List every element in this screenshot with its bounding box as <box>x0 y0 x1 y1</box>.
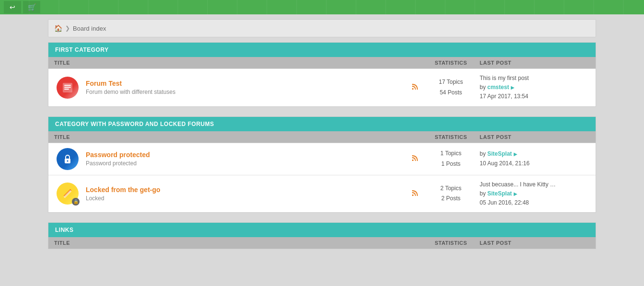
table-header-links: TITLE STATISTICS LAST POST <box>48 237 596 249</box>
col-lastpost-label: LAST POST <box>480 60 590 66</box>
col-lastpost-label-links: LAST POST <box>480 240 590 246</box>
svg-rect-10 <box>412 194 414 196</box>
table-header-first: TITLE STATISTICS LAST POST <box>48 57 596 69</box>
back-button[interactable]: ↩ <box>4 1 21 13</box>
svg-point-6 <box>67 160 69 161</box>
forum-test-description: Forum demo with different statuses <box>86 89 403 95</box>
svg-rect-7 <box>412 160 414 161</box>
posts-count-locked: 2 Posts <box>422 194 480 204</box>
lastpost-author-test[interactable]: cmstest <box>487 84 509 91</box>
cart-button[interactable]: 🛒 <box>23 1 40 13</box>
lastpost-date-test: 17 Apr 2017, 13:54 <box>480 92 590 101</box>
forum-icon-col-locked: 🔒 <box>54 183 81 205</box>
lastpost-author-password[interactable]: SiteSplat <box>487 150 512 157</box>
stats-locked: 2 Topics 2 Posts <box>422 183 480 204</box>
lastpost-by-password: by SiteSplat ▶ <box>480 149 590 159</box>
home-icon[interactable]: 🏠 <box>54 24 62 32</box>
col-title-label: TITLE <box>54 60 422 66</box>
lastpost-date-locked: 05 Jun 2016, 22:48 <box>480 198 590 207</box>
rss-feed-icon <box>412 83 418 90</box>
col-stats-label-links: STATISTICS <box>422 240 480 246</box>
category-first: FIRST CATEGORY TITLE STATISTICS LAST POS… <box>48 42 596 107</box>
category-header-first: FIRST CATEGORY <box>48 43 596 57</box>
topics-count-locked: 2 Topics <box>422 183 480 194</box>
lastpost-text-locked: Just becuase... I have Kitty … <box>480 180 590 189</box>
forum-row-locked: 🔒 Locked from the get-go Locked 2 Topics… <box>48 175 596 213</box>
forum-row-password: Password protected Password protected 1 … <box>48 143 596 175</box>
book-icon <box>61 81 74 94</box>
breadcrumb-current: Board index <box>73 25 106 32</box>
svg-rect-2 <box>64 87 71 88</box>
lastpost-go-icon-test: ▶ <box>511 84 515 92</box>
password-forum-icon <box>57 148 79 170</box>
posts-count-password: 1 Posts <box>422 159 480 170</box>
lastpost-locked: Just becuase... I have Kitty … by SiteSp… <box>480 180 590 208</box>
col-lastpost-label-2: LAST POST <box>480 134 590 140</box>
locked-forum-title-link[interactable]: Locked from the get-go <box>86 186 403 194</box>
col-title-label-2: TITLE <box>54 134 422 140</box>
col-stats-label: STATISTICS <box>422 60 480 66</box>
breadcrumb-separator: ❯ <box>65 25 70 32</box>
rss-icon-password[interactable] <box>408 155 422 163</box>
category-header-password: CATEGORY WITH PASSWORD AND LOCKED FORUMS <box>48 117 596 131</box>
breadcrumb: 🏠 ❯ Board index <box>48 19 596 37</box>
lastpost-test: This is my first post by cmstest ▶ 17 Ap… <box>480 74 590 102</box>
forum-info-test: Forum Test Forum demo with different sta… <box>81 80 408 95</box>
stats-password: 1 Topics 1 Posts <box>422 149 480 169</box>
construction-icon <box>61 187 74 200</box>
table-header-password: TITLE STATISTICS LAST POST <box>48 131 596 143</box>
col-stats-label-2: STATISTICS <box>422 134 480 140</box>
main-content: FIRST CATEGORY TITLE STATISTICS LAST POS… <box>48 42 596 249</box>
category-password: CATEGORY WITH PASSWORD AND LOCKED FORUMS… <box>48 116 596 213</box>
category-header-links: LINKS <box>48 223 596 237</box>
top-bar: ↩ 🛒 <box>0 0 644 14</box>
lastpost-author-locked[interactable]: SiteSplat <box>487 190 512 197</box>
posts-count-test: 54 Posts <box>422 88 480 98</box>
locked-forum-description: Locked <box>86 195 403 202</box>
rss-icon-test[interactable] <box>408 83 422 92</box>
forum-info-locked: Locked from the get-go Locked <box>81 186 408 202</box>
rss-feed-icon-2 <box>412 155 418 161</box>
password-forum-title-link[interactable]: Password protected <box>86 151 403 159</box>
stats-test: 17 Topics 54 Posts <box>422 77 480 98</box>
password-forum-description: Password protected <box>86 160 403 167</box>
col-title-label-links: TITLE <box>54 240 422 246</box>
lastpost-by-test: by cmstest ▶ <box>480 83 590 92</box>
lastpost-text-test: This is my first post <box>480 74 590 83</box>
topics-count-test: 17 Topics <box>422 77 480 88</box>
forum-icon-col-password <box>54 148 81 170</box>
lastpost-date-password: 10 Aug 2014, 21:16 <box>480 159 590 168</box>
lastpost-go-icon-locked: ▶ <box>514 190 518 198</box>
svg-rect-1 <box>64 85 71 86</box>
lastpost-go-icon-password: ▶ <box>514 150 518 158</box>
category-links: LINKS TITLE STATISTICS LAST POST <box>48 222 596 249</box>
rss-feed-icon-3 <box>412 190 418 196</box>
lock-icon <box>61 153 74 165</box>
lastpost-password: by SiteSplat ▶ 10 Aug 2014, 21:16 <box>480 149 590 168</box>
forum-icon-col <box>54 77 81 99</box>
forum-row-test: Forum Test Forum demo with different sta… <box>48 69 596 106</box>
lock-badge-icon: 🔒 <box>72 198 80 206</box>
svg-rect-4 <box>412 88 414 90</box>
forum-info-password: Password protected Password protected <box>81 151 408 167</box>
svg-rect-3 <box>64 89 69 90</box>
svg-rect-9 <box>64 190 72 198</box>
rss-icon-locked[interactable] <box>408 190 422 198</box>
forum-test-title-link[interactable]: Forum Test <box>86 80 403 87</box>
forum-test-icon <box>57 77 79 99</box>
lastpost-by-locked: by SiteSplat ▶ <box>480 189 590 198</box>
topics-count-password: 1 Topics <box>422 149 480 159</box>
